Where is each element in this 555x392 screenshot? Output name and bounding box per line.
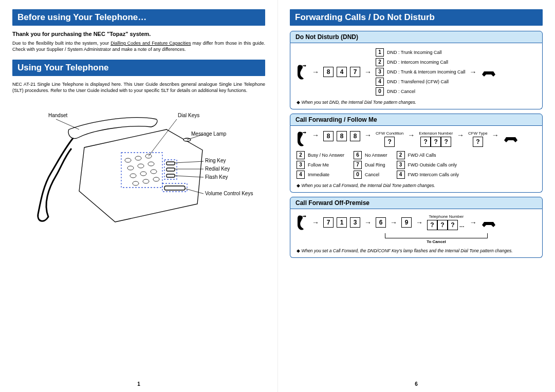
arrow-icon: → [470,68,477,76]
svg-line-20 [56,119,79,129]
hangup-icon [481,65,496,79]
lift-handset-icon [297,64,308,80]
svg-point-0 [125,158,131,162]
hangup-icon [503,131,519,144]
phone-diagram: Handset Dial Keys Message Lamp Ring Key … [12,101,259,245]
key-6: 6 [376,217,386,228]
cfw-condition-col: 2Busy / No Answer 3Follow Me 4Immediate [297,151,344,179]
intro-para-2: NEC AT-21 Single Line Telephone is displ… [12,81,265,94]
svg-rect-13 [166,162,175,165]
cfw-note: When you set a Call Forward, the Interna… [297,183,536,188]
arrow-icon: → [390,218,397,227]
svg-point-8 [151,170,157,174]
off-note: When you set a Call Forward, the DND/CON… [297,248,536,253]
arrow-icon: → [408,131,415,139]
svg-point-3 [127,166,134,170]
right-page: Forwarding Calls / Do Not Disturb Do Not… [278,0,555,392]
svg-rect-14 [166,168,175,171]
left-page: Before using Your Telephone… Thank you f… [0,0,278,392]
arrow-icon: → [492,131,499,139]
dnd-box: → 8 4 7 → 1DND : Trunk Incoming Call 2DN… [290,43,543,109]
svg-rect-16 [164,186,185,190]
off-title: Call Forward Off-Premise [290,197,543,209]
label-ring: Ring Key [205,158,226,163]
key-q: ? [384,137,395,147]
cfw-hdr-type: CFW Type [468,131,488,136]
intro-para-1: Due to the flexibility built into the sy… [12,40,265,52]
svg-point-6 [130,174,136,178]
cfw-title: Call Forwarding / Follow Me [290,114,543,126]
dnd-options: 1DND : Trunk Incoming Call 2DND : Interc… [376,48,466,96]
key-4: 4 [337,67,347,77]
svg-point-5 [148,162,154,166]
cfw-hdr-condition: CFW Condition [376,131,403,136]
svg-point-9 [133,181,139,185]
cfw-ext-col: 6No Answer 7Dual Ring 0Cancel [354,151,387,179]
key-8: 8 [323,131,334,141]
cfw-type-col: 2FWD All Calls 3FWD Outside Calls only 4… [397,151,459,179]
label-message: Message Lamp [191,131,226,137]
svg-point-1 [135,156,141,160]
telnum-label: Telephone Number [427,214,466,219]
key-8: 8 [350,131,360,141]
lift-handset-icon [297,131,308,146]
label-flash: Flash Key [205,174,228,180]
key-9: 9 [401,217,412,228]
svg-point-4 [138,164,144,168]
section-using-telephone: Using Your Telephone [12,60,265,76]
arrow-icon: → [312,68,319,76]
page-number-left: 1 [137,381,140,387]
cfw-hdr-ext: Extension Number [419,131,453,136]
arrow-icon: → [312,131,319,139]
page-number-right: 6 [415,381,418,387]
label-redial: Redial Key [205,166,230,172]
arrow-icon: → [312,218,319,227]
thank-you-text: Thank you for purchasing the NEC "Topaz"… [12,31,265,37]
arrow-icon: → [364,131,372,139]
dnd-note: When you set DND, the Internal Dial Tone… [297,100,536,105]
svg-point-10 [143,179,149,183]
arrow-icon: → [416,218,423,227]
off-box: → 7 1 3 → 6 → 9 → Telephone Number ??? …… [290,209,543,258]
hangup-icon [481,216,496,229]
section-before-using: Before using Your Telephone… [12,9,265,26]
key-8: 8 [337,131,347,141]
arrow-icon: → [364,218,372,227]
dnd-title: Do Not Disturb (DND) [290,31,543,43]
arrow-icon: → [457,131,464,139]
svg-rect-15 [166,174,175,177]
svg-point-7 [140,172,146,176]
to-cancel-label: To Cancel [385,239,488,244]
section-forwarding: Forwarding Calls / Do Not Disturb [290,9,543,26]
arrow-icon: → [364,68,372,76]
lift-handset-icon [297,215,308,230]
arrow-icon: → [470,218,477,227]
key-8: 8 [323,67,334,77]
label-dialkeys: Dial Keys [178,113,199,118]
phone-illustration [12,101,259,245]
label-volume: Volume Control Keys [205,191,253,196]
key-7: 7 [350,67,360,77]
label-handset: Handset [48,113,67,118]
svg-point-11 [153,177,159,181]
cfw-box: → 8 8 8 → CFW Condition ? → Extension Nu… [290,126,543,193]
